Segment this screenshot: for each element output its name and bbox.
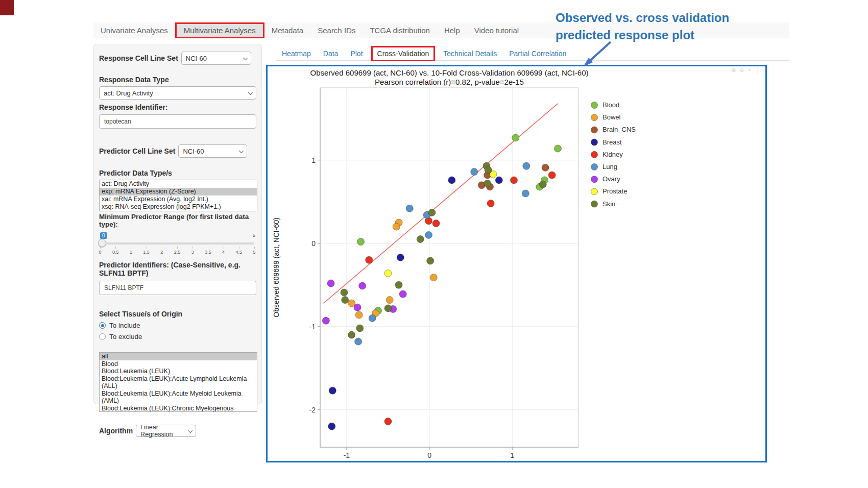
chevron-down-icon	[243, 56, 248, 60]
data-point-kidney	[432, 220, 440, 227]
data-point-bowel	[355, 311, 363, 319]
radio-to-include[interactable]: To include	[99, 322, 256, 329]
slider-handle[interactable]	[98, 239, 106, 247]
legend-item-prostate[interactable]: Prostate	[591, 187, 628, 195]
response-cell-line-set-select[interactable]: NCI-60	[181, 52, 251, 65]
data-point-skin	[356, 325, 364, 332]
legend-label: Breast	[602, 138, 622, 146]
response-data-type-select[interactable]: act: Drug Activity	[99, 86, 256, 100]
data-point-breast	[495, 177, 502, 184]
slider-track[interactable]	[100, 242, 254, 245]
data-point-skin	[384, 305, 392, 312]
tissue-option-blood-leukemia-leuk-[interactable]: Blood:Leukemia (LEUK)	[100, 368, 257, 375]
predictor-cell-line-set-select[interactable]: NCI-60	[178, 144, 247, 158]
data-point-ovary	[359, 282, 366, 289]
tab-data[interactable]: Data	[317, 50, 345, 58]
data-point-breast	[328, 423, 335, 430]
nav-tab-multivariate-analyses[interactable]: Multivariate Analyses	[175, 22, 264, 38]
sidebar-panel: Response Cell Line Set NCI-60 Response D…	[93, 44, 262, 404]
data-point-ovary	[354, 304, 361, 311]
legend-marker	[591, 176, 598, 183]
tab-plot[interactable]: Plot	[344, 50, 369, 58]
tab-partial-correlation[interactable]: Partial Correlation	[503, 50, 572, 58]
predictor-identifiers-input[interactable]: SLFN11 BPTF	[99, 281, 256, 295]
chart-title: Observed 609699 (act, NCI-60) vs. 10-Fol…	[310, 68, 589, 77]
predictor-data-types-listbox: act: Drug Activityexp: mRNA Expression (…	[99, 180, 257, 211]
legend-item-lung[interactable]: Lung	[591, 163, 617, 170]
chevron-down-icon	[239, 149, 244, 153]
tissue-option-all[interactable]: all	[100, 353, 257, 360]
datatype-option-act-drug-activity[interactable]: act: Drug Activity	[100, 180, 257, 188]
predictor-data-types-label: Predictor Data Type/s	[99, 169, 256, 177]
close-icon[interactable]: ×	[748, 67, 751, 74]
scatter-plot[interactable]: Observed 609699 (act, NCI-60) vs. 10-Fol…	[268, 66, 765, 461]
legend-item-ovary[interactable]: Ovary	[591, 175, 621, 183]
algorithm-select[interactable]: Linear Regression	[136, 425, 196, 437]
slider-tick-label: 1	[130, 250, 132, 255]
tissue-option-blood[interactable]: Blood	[100, 360, 257, 368]
nav-tab-tcga-distribution[interactable]: TCGA distribution	[363, 22, 437, 38]
slider-tick-label: 5	[253, 250, 255, 255]
legend-label: Lung	[602, 163, 617, 170]
tissue-option-blood-leukemia-leuk-chronic-myelogenous-[interactable]: Blood:Leukemia (LEUK):Chronic Myelogenou…	[100, 405, 257, 412]
tab-heatmap[interactable]: Heatmap	[276, 50, 317, 58]
slider-tick	[239, 247, 239, 249]
nav-tab-univariate-analyses[interactable]: Univariate Analyses	[93, 22, 175, 38]
slider-tick-label: 2	[160, 250, 163, 255]
data-point-skin	[417, 236, 424, 243]
legend-marker	[591, 114, 598, 121]
radio-to-exclude[interactable]: To exclude	[99, 333, 256, 340]
legend-item-skin[interactable]: Skin	[591, 200, 616, 208]
data-point-blood	[512, 134, 519, 141]
legend-label: Brain_CNS	[602, 126, 636, 133]
min-predictor-range-slider: 0 5 00.511.522.533.544.55	[99, 232, 255, 258]
nav-tab-search-ids[interactable]: Search IDs	[310, 22, 363, 38]
data-point-lung	[522, 190, 529, 197]
tissue-option-blood-leukemia-leuk-acute-lymphoid-leuke[interactable]: Blood:Leukemia (LEUK):Acute Lymphoid Leu…	[100, 375, 257, 390]
data-point-skin	[341, 289, 348, 296]
more-icon[interactable]: ⋮	[755, 67, 760, 74]
legend-marker	[591, 102, 598, 109]
legend-item-breast[interactable]: Breast	[591, 138, 622, 146]
zoom-in-icon[interactable]: ⊕	[731, 67, 736, 74]
y-tick-label: -2	[309, 406, 316, 414]
data-point-skin	[395, 281, 402, 288]
legend-marker	[591, 139, 598, 145]
slider-tick	[162, 247, 162, 249]
zoom-out-icon[interactable]: ⊖	[739, 67, 744, 74]
response-data-type-label: Response Data Type	[99, 76, 256, 84]
slider-max-label: 5	[253, 233, 255, 238]
legend-item-kidney[interactable]: Kidney	[591, 151, 623, 158]
datatype-option-xai-mrna-expression-avg-log2-int-[interactable]: xai: mRNA Expression (Avg. log2 Int.)	[100, 196, 257, 203]
data-point-lung	[355, 338, 362, 345]
chevron-down-icon	[188, 428, 192, 433]
datatype-option-xsq-rna-seq-expression-log2-fpkm-1-[interactable]: xsq: RNA-seq Expression (log2 FPKM+1.)	[100, 203, 257, 211]
slider-tick-label: 0.5	[112, 250, 119, 255]
data-point-kidney	[366, 256, 373, 263]
legend-marker	[591, 164, 598, 170]
plot-area[interactable]	[320, 88, 578, 447]
response-identifier-input[interactable]: topotecan	[99, 114, 256, 129]
data-point-blood	[554, 145, 562, 152]
nav-tab-video-tutorial[interactable]: Video tutorial	[467, 22, 526, 38]
datatype-option-exp-mrna-expression-z-score-[interactable]: exp: mRNA Expression (Z-Score)	[100, 188, 257, 196]
tissue-option-blood-leukemia-leuk-acute-myeloid-leukem[interactable]: Blood:Leukemia (LEUK):Acute Myeloid Leuk…	[100, 390, 257, 405]
legend-item-bowel[interactable]: Bowel	[591, 113, 621, 121]
slider-tick	[208, 247, 208, 249]
slider-tick-label: 3.5	[205, 250, 211, 255]
legend-item-blood[interactable]: Blood	[591, 101, 620, 109]
tab-technical-details[interactable]: Technical Details	[437, 50, 503, 58]
nav-tab-help[interactable]: Help	[437, 22, 467, 38]
cross-validation-plot-panel[interactable]: ⊕⊖×⋮ Observed 609699 (act, NCI-60) vs. 1…	[266, 65, 767, 462]
data-point-ovary	[399, 290, 406, 298]
tab-cross-validation[interactable]: Cross-Validation	[371, 46, 436, 61]
y-tick-label: 1	[311, 156, 316, 164]
legend-item-brain_cns[interactable]: Brain_CNS	[591, 126, 636, 133]
data-point-kidney	[384, 418, 392, 425]
slider-tick-label: 4.5	[236, 250, 243, 255]
slider-tick	[192, 247, 193, 249]
data-point-lung	[425, 231, 432, 238]
nav-tab-metadata[interactable]: Metadata	[264, 22, 311, 38]
legend-label: Blood	[602, 101, 619, 109]
chart-subtitle: Pearson correlation (r)=0.82, p-value=2e…	[375, 78, 524, 86]
